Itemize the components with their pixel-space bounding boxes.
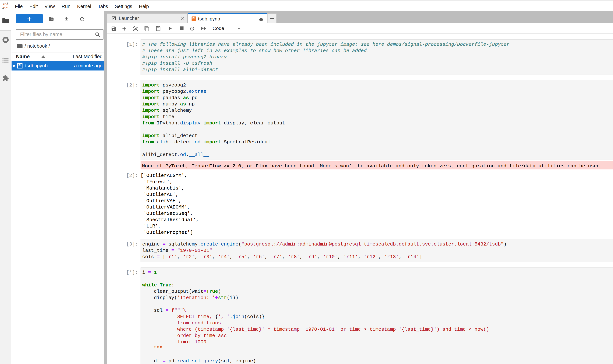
- code-line: from IPython.display import display, cle…: [142, 120, 613, 126]
- tab-notebook[interactable]: tsdb.ipynb: [188, 13, 267, 23]
- code-token: import: [142, 101, 160, 107]
- cut-button[interactable]: [133, 26, 138, 31]
- code-token: 'r12': [364, 254, 378, 260]
- code-token: # These are just left in as examples to …: [142, 48, 369, 53]
- code-line: """: [142, 345, 613, 351]
- close-icon[interactable]: [181, 16, 185, 20]
- code-line: [142, 126, 613, 133]
- code-token: clear_output(wait: [142, 289, 204, 294]
- cell-editor[interactable]: i = 1 while True: clear_output(wait=True…: [140, 267, 613, 364]
- code-token: last_time: [142, 248, 171, 253]
- menu-item-kernel[interactable]: Kernel: [74, 1, 94, 11]
- home-folder-icon[interactable]: [17, 44, 23, 48]
- code-line: #!pip install alibi-detect: [142, 66, 613, 73]
- cell-editor[interactable]: # The following libraries have already b…: [140, 39, 613, 75]
- code-token: (i)): [227, 295, 238, 300]
- menu-item-settings[interactable]: Settings: [111, 1, 136, 11]
- tab-notebook-label: tsdb.ipynb: [198, 16, 220, 22]
- code-token: [174, 248, 177, 253]
- code-token: ,: [247, 254, 253, 260]
- run-button[interactable]: [167, 26, 173, 31]
- code-token: 'r13': [384, 254, 399, 260]
- add-cell-button[interactable]: [122, 26, 127, 31]
- code-token: 'Iteration: ': [177, 295, 215, 300]
- code-token: .display: [177, 120, 201, 126]
- new-tab-button[interactable]: [267, 13, 277, 23]
- cell-type-dropdown[interactable]: Code: [213, 26, 224, 31]
- code-token: import: [142, 95, 160, 101]
- stderr-output: None of PyTorch, TensorFlow >= 2.0, or F…: [140, 161, 613, 169]
- file-row-selected[interactable]: tsdb.ipynb a minute ago: [12, 61, 104, 70]
- activity-running-sessions-icon[interactable]: [0, 36, 11, 43]
- code-token: time: [160, 114, 174, 120]
- code-token: sqlalchemy: [165, 241, 198, 247]
- code-line: import pandas as pd: [142, 95, 613, 101]
- new-launcher-button[interactable]: [16, 14, 43, 23]
- code-line: [142, 145, 613, 152]
- code-token: IPython: [154, 120, 177, 126]
- cell-editor[interactable]: import psycopg2import psycopg2.extrasimp…: [140, 80, 613, 160]
- code-token: :: [171, 282, 175, 288]
- restart-button[interactable]: [189, 26, 194, 31]
- code-token: 'r8': [288, 254, 300, 260]
- output-line: 'Mahalanobis',: [140, 185, 613, 191]
- code-line: import numpy as np: [142, 101, 613, 107]
- code-token: as: [183, 95, 189, 101]
- code-token: alibi_detect: [142, 152, 177, 157]
- output-line: 'SpectralResidual',: [140, 217, 613, 223]
- output-line: 'OutlierVAE',: [140, 198, 613, 204]
- menu-item-edit[interactable]: Edit: [26, 1, 41, 11]
- code-token: engine: [142, 241, 163, 247]
- code-token: df: [142, 358, 163, 364]
- code-token: 'r2': [183, 254, 195, 260]
- upload-button[interactable]: [64, 16, 70, 22]
- activity-folder-icon[interactable]: [0, 18, 11, 24]
- code-line: display('Iteration: '+str(i)): [142, 295, 613, 301]
- code-token: 'r7': [271, 254, 282, 260]
- code-line: [142, 301, 613, 307]
- code-token: 'r11': [343, 254, 358, 260]
- menu-item-file[interactable]: File: [12, 1, 26, 11]
- file-filter-input[interactable]: [16, 30, 103, 39]
- notebook-panel: [1]:# The following libraries have alrea…: [107, 34, 613, 364]
- menu-item-help[interactable]: Help: [136, 1, 152, 11]
- dock-tab-bar: Launcher tsdb.ipynb: [107, 11, 613, 23]
- paste-button[interactable]: [155, 26, 161, 31]
- panel-splitter[interactable]: [104, 11, 107, 364]
- cell-editor[interactable]: engine = sqlalchemy.create_engine("postg…: [140, 239, 613, 262]
- code-cell: [3]:engine = sqlalchemy.create_engine("p…: [107, 239, 613, 262]
- code-token: True: [206, 289, 218, 294]
- code-line: last_time = "1970-01-01": [142, 247, 613, 254]
- code-token: import: [142, 108, 160, 113]
- run-all-button[interactable]: [201, 26, 206, 31]
- new-folder-button[interactable]: [48, 16, 54, 22]
- activity-table-of-contents-icon[interactable]: [0, 57, 11, 63]
- refresh-button[interactable]: [79, 16, 85, 22]
- chevron-down-icon: [237, 26, 241, 31]
- code-token: =: [157, 254, 160, 260]
- copy-button[interactable]: [144, 26, 149, 31]
- menu-item-run[interactable]: Run: [58, 1, 74, 11]
- breadcrumb[interactable]: / notebook /: [12, 43, 104, 49]
- activity-extensions-icon[interactable]: [0, 75, 11, 82]
- code-token: psycopg2: [160, 89, 186, 94]
- tab-launcher[interactable]: Launcher: [107, 13, 188, 23]
- menu-item-tabs[interactable]: Tabs: [94, 1, 111, 11]
- input-prompt: [*]:: [107, 267, 140, 364]
- code-token: "1970-01-01": [177, 248, 212, 253]
- column-header-name[interactable]: Name: [12, 52, 54, 61]
- code-token: 'r10': [323, 254, 338, 260]
- stop-button[interactable]: [179, 26, 184, 31]
- code-token: 'r1': [165, 254, 177, 260]
- code-token: str: [218, 295, 227, 300]
- code-token: .: [186, 152, 189, 157]
- code-line: from alibi_detect.od import SpectralResi…: [142, 139, 613, 145]
- code-token: ]: [419, 254, 422, 260]
- code-token: ,: [212, 254, 218, 260]
- menu-item-view[interactable]: View: [41, 1, 58, 11]
- save-button[interactable]: [111, 26, 116, 31]
- column-header-last-modified-label: Last Modified: [73, 54, 103, 60]
- code-token: =: [163, 358, 166, 364]
- code-token: #!pip install -U tsfresh: [142, 61, 212, 66]
- column-header-last-modified[interactable]: Last Modified: [54, 52, 104, 61]
